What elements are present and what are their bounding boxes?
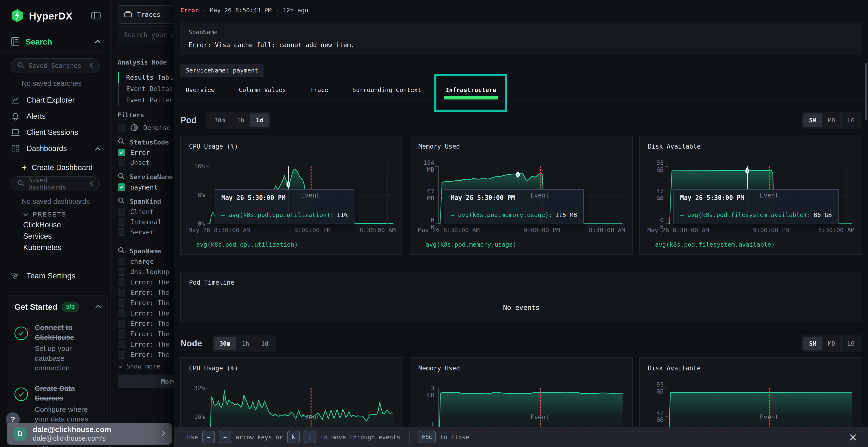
filter-option[interactable]: Error: The cr — [118, 339, 174, 349]
scrollbar-thumb[interactable] — [865, 63, 867, 121]
size-sm[interactable]: SM — [803, 337, 822, 350]
facet-statuscode[interactable]: StatusCode — [118, 137, 174, 147]
filter-option[interactable]: Server — [118, 227, 174, 237]
chart-legend: — avg(k8s.pod.memory.usage) — [418, 241, 632, 248]
checkbox-unchecked[interactable] — [118, 320, 125, 328]
event-marker-label: Event — [530, 192, 549, 199]
sidebar-item-client-sessions[interactable]: Client Sessions — [0, 124, 111, 140]
checkbox-unchecked[interactable] — [118, 218, 125, 226]
filter-option[interactable]: Error: The cr — [118, 308, 174, 318]
checkbox-unchecked[interactable] — [118, 289, 125, 297]
size-md[interactable]: MD — [822, 337, 841, 350]
checkbox-unchecked[interactable] — [118, 351, 125, 358]
sidebar-item-chart-explorer[interactable]: Chart Explorer — [0, 92, 111, 108]
filter-option[interactable]: Error: The cr — [118, 277, 174, 287]
collapse-sidebar-icon[interactable] — [91, 12, 101, 21]
filter-option[interactable]: Error — [118, 148, 174, 157]
range-30m[interactable]: 30m — [208, 113, 231, 127]
mode-results-table[interactable]: Results Table — [119, 72, 174, 83]
checkbox-unchecked[interactable] — [118, 278, 125, 286]
chart-plot[interactable]: Event May 26 5:30:00 PM — avg(k8s.pod.me… — [417, 164, 625, 236]
denoise-filter-row[interactable]: Denoise Re — [118, 123, 174, 133]
tab-overview[interactable]: Overview — [186, 80, 215, 100]
checkbox-unchecked[interactable] — [118, 299, 125, 307]
tooltip-series-value: 11% — [337, 211, 348, 218]
sidebar-item-dashboards[interactable]: Dashboards — [0, 140, 111, 157]
range-1d[interactable]: 1d — [250, 113, 269, 127]
size-md[interactable]: MD — [822, 113, 841, 127]
sidebar-item-team-settings[interactable]: Team Settings — [0, 269, 111, 283]
user-account-chip[interactable]: D dale@clickhouse.com dale@clickhouse.co… — [7, 423, 172, 445]
size-lg[interactable]: LG — [841, 337, 860, 350]
get-started-header[interactable]: Get Started 3/3 — [14, 302, 101, 312]
checkbox-unchecked[interactable] — [118, 228, 125, 236]
filter-option[interactable]: Error: The cr — [118, 298, 174, 308]
tab-column-values[interactable]: Column Values — [239, 80, 286, 100]
get-started-step[interactable]: Connect to ClickHouse Set up your databa… — [14, 323, 101, 373]
sidebar-item-services[interactable]: Services — [0, 231, 111, 242]
tab-surrounding-context[interactable]: Surrounding Context — [352, 80, 421, 100]
filter-option[interactable]: Unset — [118, 158, 174, 167]
checkbox-unchecked[interactable] — [118, 258, 125, 265]
tab-infrastructure[interactable]: Infrastructure — [445, 80, 496, 100]
filter-option[interactable]: Error: The cr — [118, 319, 174, 329]
checkbox-unchecked[interactable] — [118, 208, 125, 215]
size-sm[interactable]: SM — [803, 113, 822, 127]
events-search-input[interactable]: Search your ev — [118, 26, 174, 43]
more-filters-button[interactable]: More fil — [118, 375, 174, 388]
facet-spankind[interactable]: SpanKind — [118, 196, 174, 206]
sidebar-item-alerts[interactable]: Alerts — [0, 108, 111, 124]
step-title: Create Data Sources — [35, 384, 101, 403]
filter-option[interactable]: payment — [118, 182, 174, 192]
sidebar-item-clickhouse[interactable]: ClickHouse — [0, 219, 111, 231]
range-1h[interactable]: 1h — [231, 113, 250, 127]
saved-searches-input[interactable]: Saved Searches ⌘K — [10, 58, 100, 73]
range-30m[interactable]: 30m — [214, 337, 236, 350]
user-org: dale@clickhouse.com's — [33, 435, 111, 442]
app-title: HyperDX — [29, 10, 72, 22]
chart-plot[interactable]: Event May 26 5:30:00 PM — avg(k8s.pod.cp… — [188, 164, 396, 236]
mode-event-deltas[interactable]: Event Deltas — [119, 83, 174, 94]
shortcut-hint: ⌘K — [86, 62, 93, 69]
source-select[interactable]: Traces — [118, 5, 174, 24]
filter-option[interactable]: Error: The cr — [118, 287, 174, 298]
presets-toggle[interactable]: PRESETS — [0, 209, 111, 219]
filter-option[interactable]: Client — [118, 207, 174, 216]
y-axis-tick-mark — [206, 388, 209, 388]
mode-event-patterns[interactable]: Event Patterns — [119, 94, 174, 106]
checkbox-checked[interactable] — [118, 183, 125, 191]
checkbox-unchecked[interactable] — [118, 159, 125, 166]
filter-option[interactable]: Error: The cr — [118, 350, 174, 359]
checkbox-checked[interactable] — [118, 148, 125, 156]
size-lg[interactable]: LG — [841, 113, 860, 127]
sidebar-item-kubernetes[interactable]: Kubernetes — [0, 242, 111, 253]
filter-option[interactable]: dns.lookup — [118, 267, 174, 277]
analysis-mode-label: Analysis Mode — [118, 59, 174, 66]
checkbox-unchecked[interactable] — [118, 268, 125, 276]
chevron-up-icon[interactable] — [94, 39, 101, 44]
range-1h[interactable]: 1h — [236, 337, 255, 350]
facet-spanname[interactable]: SpanName — [118, 246, 174, 256]
get-started-step[interactable]: Add Data Start sending logs, metrics, or… — [14, 444, 101, 447]
saved-dashboards-input[interactable]: Saved Dashboards ⌘K — [10, 176, 100, 191]
checkbox-unchecked[interactable] — [118, 341, 125, 348]
chevron-up-icon[interactable] — [95, 305, 101, 309]
facet-servicename[interactable]: ServiceName — [118, 172, 174, 182]
y-axis-tick-mark — [665, 195, 668, 195]
checkbox-unchecked[interactable] — [118, 330, 125, 338]
chart-plot[interactable]: Event May 26 5:30:00 PM — avg(k8s.pod.fi… — [647, 164, 855, 236]
close-icon[interactable]: × — [848, 432, 858, 442]
range-1d[interactable]: 1d — [255, 337, 274, 350]
filter-option[interactable]: Internal — [118, 217, 174, 227]
search-icon — [118, 172, 125, 181]
chevron-up-icon[interactable] — [94, 144, 101, 153]
filter-option[interactable]: Error: The cr — [118, 329, 174, 339]
sidebar-item-search[interactable]: Search — [0, 36, 111, 48]
create-dashboard-button[interactable]: + Create Dashboard — [0, 161, 111, 174]
service-name-chip[interactable]: ServiceName: payment — [180, 64, 264, 77]
tab-trace[interactable]: Trace — [310, 80, 328, 100]
checkbox-unchecked[interactable] — [118, 309, 125, 317]
checkbox-unchecked[interactable] — [118, 124, 125, 132]
show-more-button[interactable]: Show more — [118, 362, 174, 371]
filter-option[interactable]: charge — [118, 256, 174, 266]
